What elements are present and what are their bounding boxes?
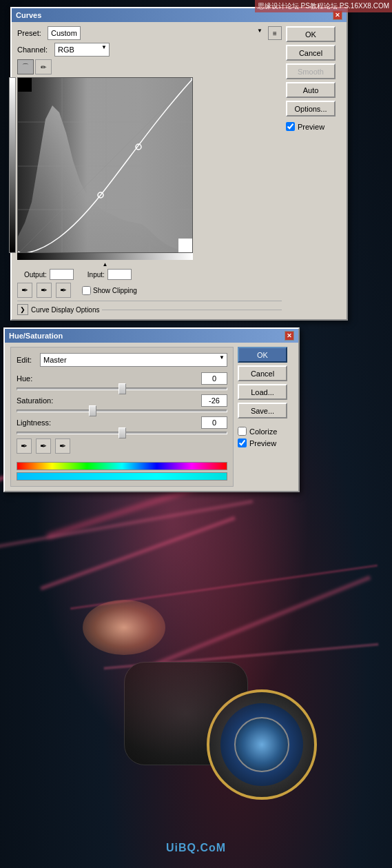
show-clipping-checkbox[interactable] (82, 286, 91, 295)
input-pointer: ▲ (17, 261, 193, 268)
lightness-value-input[interactable] (201, 416, 227, 429)
preset-menu-btn[interactable]: ≡ (268, 26, 282, 40)
curves-preview-label: Preview (298, 123, 324, 131)
vertical-gradient-bar (9, 77, 16, 253)
hue-group: Hue: (17, 372, 227, 390)
huesat-preview-row: Preview (238, 438, 293, 447)
input-row: Input: (87, 269, 132, 280)
huesat-eyedrop3-btn[interactable]: ✒ (55, 438, 70, 454)
curves-auto-btn[interactable]: Auto (286, 82, 336, 98)
dialogs-area: Curves ✕ Preset: Custom ≡ Chan (0, 0, 392, 478)
huesat-body: Edit: Master Hue: (5, 343, 298, 491)
huesat-dialog: Hue/Saturation ✕ Edit: Master (3, 327, 300, 492)
input-label: Input: (87, 271, 105, 279)
curves-left-panel: Preset: Custom ≡ Channel: RGB (17, 26, 282, 315)
edit-select[interactable]: Master (40, 353, 227, 367)
channel-select[interactable]: RGB (54, 43, 110, 57)
preset-select[interactable]: Custom (48, 26, 81, 40)
output-label-small: Output: (24, 271, 47, 279)
hue-value-input[interactable] (201, 372, 227, 385)
color-bar-section (17, 459, 227, 481)
preset-select-wrapper: Custom (48, 26, 265, 40)
saturation-slider-track[interactable] (17, 410, 227, 412)
hue-slider-track[interactable] (17, 387, 227, 390)
huesat-titlebar: Hue/Saturation ✕ (5, 329, 298, 343)
curves-title: Curves (16, 11, 41, 19)
colorize-checkbox[interactable] (238, 427, 247, 436)
lightness-slider-thumb[interactable] (118, 427, 126, 438)
huesat-ok-btn[interactable]: OK (238, 347, 287, 363)
curves-main-area: Output: (17, 77, 193, 269)
colorize-label: Colorize (249, 427, 277, 436)
curves-canvas[interactable] (17, 77, 193, 253)
eyedropper-row: ✒ ✒ ✒ Show Clipping (17, 283, 282, 298)
hue-slider-thumb[interactable] (118, 383, 126, 394)
curve-tool-btn[interactable]: ⌒ (17, 59, 34, 74)
huesat-save-btn[interactable]: Save... (238, 403, 287, 418)
huesat-eyedrop2-btn[interactable]: ✒ (36, 438, 51, 454)
edit-label: Edit: (17, 356, 37, 364)
curves-line-svg (18, 78, 193, 253)
preset-label: Preset: (17, 29, 45, 37)
svg-point-9 (18, 252, 20, 253)
curves-smooth-btn[interactable]: Smooth (286, 63, 336, 79)
huesat-close-btn[interactable]: ✕ (285, 331, 294, 341)
curve-display-divider (102, 310, 282, 310)
lightness-group: Lightness: (17, 416, 227, 434)
channel-select-wrapper: RGB (54, 43, 110, 57)
preset-row: Preset: Custom ≡ (17, 26, 282, 40)
saturation-slider-thumb[interactable] (89, 405, 96, 416)
colorize-row: Colorize (238, 427, 293, 436)
eyedropper-gray-btn[interactable]: ✒ (37, 283, 52, 298)
saturation-group: Saturation: (17, 394, 227, 412)
huesat-cancel-btn[interactable]: Cancel (238, 365, 287, 381)
curves-tools: ⌒ ✏ (17, 59, 282, 74)
curve-display-expand-btn[interactable]: ❯ (17, 304, 28, 315)
huesat-preview-label: Preview (249, 439, 276, 447)
saturation-label: Saturation: (17, 396, 53, 405)
huesat-right-panel: OK Cancel Load... Save... Colorize Previ… (238, 347, 293, 487)
hue-label: Hue: (17, 374, 32, 383)
curves-preview-checkbox[interactable] (286, 122, 295, 131)
input-value-input[interactable] (107, 269, 132, 280)
curve-display-row: ❯ Curve Display Options (17, 301, 282, 315)
output-row: Output: (24, 269, 74, 280)
watermark-top: 思缘设计论坛 PS教程论坛 PS.16XX8.COM (255, 0, 392, 12)
edit-row: Edit: Master (17, 353, 227, 367)
huesat-eyedrop1-btn[interactable]: ✒ (17, 438, 32, 454)
huesat-left-panel: Edit: Master Hue: (10, 347, 234, 487)
curves-dialog: Curves ✕ Preset: Custom ≡ Chan (10, 7, 348, 321)
rainbow-bar (17, 462, 227, 470)
saturation-value-input[interactable] (201, 394, 227, 407)
channel-label: Channel: (17, 46, 52, 54)
curves-options-btn[interactable]: Options... (286, 101, 336, 117)
preview-row: Preview (286, 122, 341, 131)
curves-cancel-btn[interactable]: Cancel (286, 45, 336, 61)
horizontal-gradient-bar (17, 253, 193, 260)
eyedropper-white-btn[interactable]: ✒ (56, 283, 71, 298)
huesat-eyedrop-row: ✒ ✒ ✒ (17, 438, 227, 454)
edit-select-wrapper: Master (40, 353, 227, 367)
pencil-tool-btn[interactable]: ✏ (35, 59, 52, 74)
cyan-bar (17, 472, 227, 481)
lightness-label: Lightness: (17, 418, 51, 427)
channel-row: Channel: RGB (17, 43, 282, 57)
svg-point-10 (192, 78, 193, 80)
curves-dialog-body: Preset: Custom ≡ Channel: RGB (12, 22, 347, 319)
output-value-input[interactable] (50, 269, 74, 280)
curves-right-panel: OK Cancel Smooth Auto Options... Preview (286, 26, 341, 315)
io-display: Output: Input: (24, 269, 282, 280)
huesat-preview-checkbox[interactable] (238, 438, 247, 447)
show-clipping-label: Show Clipping (82, 286, 137, 295)
huesat-load-btn[interactable]: Load... (238, 384, 287, 400)
lightness-slider-track[interactable] (17, 432, 227, 434)
corner-tl (18, 78, 32, 92)
huesat-title: Hue/Saturation (9, 332, 63, 340)
eyedropper-black-btn[interactable]: ✒ (17, 283, 32, 298)
corner-br (178, 239, 192, 252)
footer-watermark: UiBQ.CoM (166, 842, 226, 854)
saturation-top-row: Saturation: (17, 394, 227, 407)
curves-ok-btn[interactable]: OK (286, 26, 336, 42)
curve-display-label: Curve Display Options (31, 306, 99, 314)
colorize-section: Colorize Preview (238, 427, 293, 447)
